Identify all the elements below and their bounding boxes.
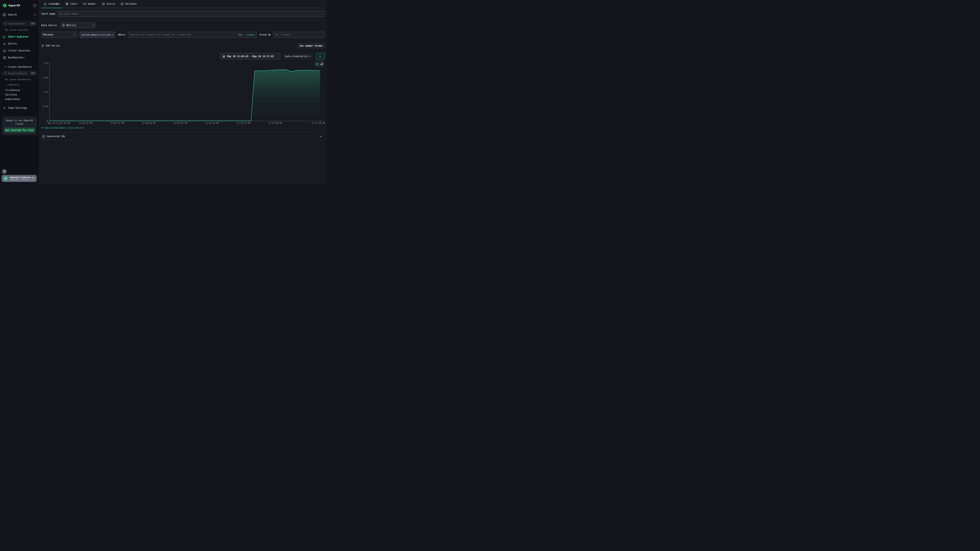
generated-sql-section[interactable]: Generated SQL (41, 132, 325, 140)
data-source-label: Data Source (41, 24, 57, 27)
metric-token[interactable]: system.memory.utilization ✕ (80, 32, 115, 38)
set-number-format-button[interactable]: Set number format (298, 43, 325, 48)
add-series-button[interactable]: Add Series (41, 44, 60, 47)
sidebar-search-label: Search (8, 13, 17, 16)
granularity-select[interactable]: Auto Granularity (283, 53, 313, 59)
data-source-select[interactable]: Metrics (60, 22, 96, 28)
y-axis-tick-label: 0.15 (41, 105, 48, 108)
chart-panel: 00.150.30.450.6May 16 12:02:30 PM12:04:3… (41, 62, 325, 125)
collapse-sidebar-icon[interactable] (33, 4, 37, 7)
chevron-up-icon (23, 57, 25, 58)
hyperdx-logo-icon (3, 3, 7, 8)
no-saved-dashboards-text: No saved dashboards (0, 78, 39, 81)
generated-sql-label: Generated SQL (47, 135, 65, 138)
preset-services[interactable]: Services (0, 93, 39, 96)
tab-table[interactable]: Table (63, 0, 80, 8)
tab-line-bar[interactable]: Line/Bar (41, 0, 63, 8)
search-doc-icon (102, 2, 105, 5)
search-icon (4, 22, 6, 25)
where-label: Where (118, 33, 126, 36)
chevron-down-icon (5, 84, 7, 86)
date-range-picker[interactable]: May 16 12:02:43 - May 16 12:17:43 (220, 53, 280, 59)
series-row: Maximum system.memory.utilization ✕ Wher… (41, 32, 325, 38)
where-input[interactable] (130, 33, 239, 36)
run-query-button[interactable] (316, 53, 325, 59)
y-axis-tick-label: 0.3 (41, 91, 48, 93)
sidebar-section-search[interactable]: Search (0, 12, 39, 18)
time-controls-row: May 16 12:02:43 - May 16 12:17:43 Auto G… (41, 53, 325, 59)
aggregation-select[interactable]: Maximum (41, 32, 77, 38)
date-range-value: May 16 12:02:43 - May 16 12:17:43 (227, 55, 274, 58)
where-search-box: SQL | Lucene (128, 32, 256, 38)
chevron-right-icon (34, 177, 35, 179)
metric-name: system.memory.utilization (81, 33, 111, 36)
legend-line-swatch (41, 127, 43, 128)
saved-dashboards-placeholder: Saved Dashboards (8, 72, 30, 75)
x-axis-tick-label: 12:11:30 PM (197, 122, 226, 124)
avatar: D (3, 176, 8, 181)
command-icon (31, 23, 33, 24)
sidebar-item-client-sessions[interactable]: Client Sessions (0, 48, 39, 54)
bell-icon (3, 42, 6, 45)
sidebar-item-dashboards[interactable]: Dashboards (0, 54, 39, 60)
sidebar-item-chart-explorer[interactable]: Chart Explorer (0, 34, 39, 40)
database-icon (62, 24, 65, 27)
divider (41, 20, 325, 20)
preset-kubernetes[interactable]: Kubernetes (0, 98, 39, 101)
chart-name-row: Chart Name (41, 11, 325, 17)
x-axis-tick-label: 12:13:15 PM (229, 122, 258, 124)
table-icon (65, 2, 68, 5)
select-chevrons-icon (92, 24, 94, 27)
group-by-input[interactable] (273, 32, 325, 38)
line-chart-icon (44, 2, 47, 5)
saved-searches-input[interactable]: Saved Searches K (2, 21, 37, 26)
sidebar: HyperDX Search Saved Searches K No saved… (0, 0, 39, 184)
legend-label: max(system.memory.utilization) (45, 127, 84, 129)
x-axis-tick-label: May 16 12:02:30 PM (48, 122, 70, 124)
timeseries-chart[interactable] (41, 62, 325, 125)
create-dashboard-button[interactable]: + Create Dashboard (0, 65, 39, 68)
tab-search[interactable]: Search (99, 0, 118, 8)
user-menu[interactable]: D demos@clickhouse.com demos@clickhouse.… (2, 175, 37, 182)
search-icon (4, 72, 6, 75)
dashboards-grid-icon (3, 56, 6, 59)
chevron-up-icon (34, 14, 36, 16)
play-icon (319, 55, 321, 57)
lucene-mode-button[interactable]: Lucene (246, 33, 255, 36)
remove-metric-icon[interactable]: ✕ (112, 33, 113, 36)
get-started-button[interactable]: Get Started for Free (4, 127, 35, 133)
chart-name-label: Chart Name (41, 13, 55, 15)
chart-line-icon (3, 35, 6, 38)
app-title: HyperDX (9, 4, 20, 7)
sidebar-item-alerts[interactable]: Alerts (0, 41, 39, 47)
tab-number[interactable]: 123 Number (80, 0, 99, 8)
saved-searches-placeholder: Saved Searches (8, 22, 30, 25)
group-by-label: Group By (260, 33, 271, 36)
y-axis-tick-label: 0 (41, 120, 48, 122)
plus-circle-icon (41, 44, 44, 47)
query-language-toggle: SQL | Lucene (238, 33, 254, 36)
markdown-icon (121, 3, 124, 5)
data-source-row: Data Source Metrics (41, 22, 325, 28)
sql-mode-button[interactable]: SQL (238, 33, 242, 36)
user-email: demos@clickhouse.com (10, 176, 34, 179)
no-saved-searches-text: No saved searches (0, 29, 39, 31)
preset-clickhouse[interactable]: Clickhouse (0, 89, 39, 92)
chevron-down-icon[interactable] (320, 135, 325, 137)
x-axis-tick-label: 12:15:00 PM (261, 122, 290, 124)
user-team: demos@clickhouse.com's (10, 179, 34, 181)
saved-dashboards-input[interactable]: Saved Dashboards K (2, 71, 37, 76)
number-123-icon: 123 (83, 3, 86, 5)
x-axis-tick-label: 12:08:00 PM (135, 122, 163, 124)
chart-name-input[interactable] (57, 11, 325, 17)
main-content: Line/Bar Table 123 Number Search Markdow… (39, 0, 327, 184)
sidebar-item-team-settings[interactable]: Team Settings (0, 105, 39, 111)
granularity-value: Auto Granularity (285, 55, 308, 58)
presets-header[interactable]: PRESETS (0, 84, 39, 86)
calendar-icon (223, 55, 225, 58)
laptop-icon (3, 49, 6, 52)
help-button[interactable]: ? (2, 169, 7, 174)
tab-markdown[interactable]: Markdown (118, 0, 140, 8)
language-separator: | (243, 33, 245, 36)
aggregation-value: Maximum (43, 33, 53, 36)
